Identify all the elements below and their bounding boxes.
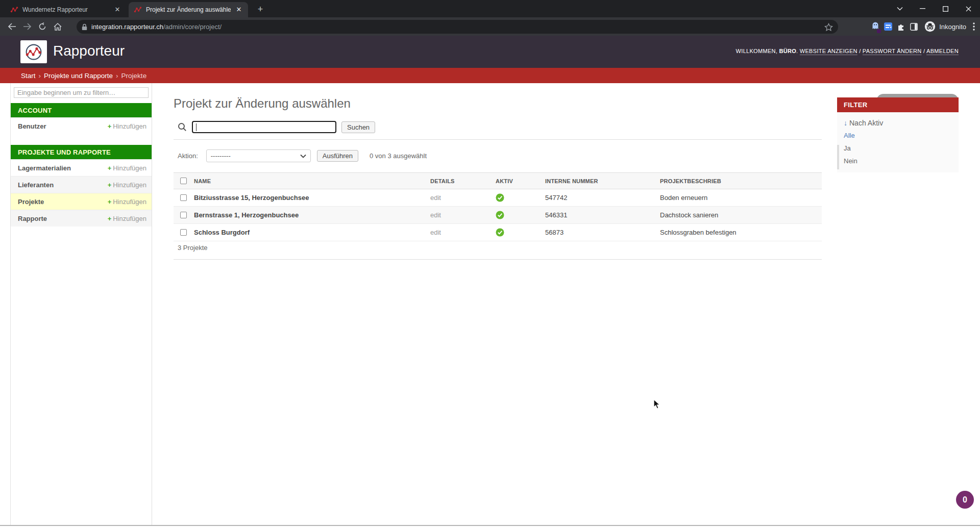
plus-icon: + <box>108 215 112 222</box>
filter-option-nein[interactable]: Nein <box>844 157 959 165</box>
action-label: Aktion: <box>178 152 198 160</box>
filter-panel-title: FILTER <box>837 97 959 112</box>
url-bar[interactable]: integration.rapporteur.ch/admin/core/pro… <box>77 20 838 34</box>
page-bottom-border <box>0 525 980 526</box>
sidebar-item-benutzer[interactable]: Benutzer +Hinzufügen <box>11 117 152 134</box>
plus-icon: + <box>108 164 112 172</box>
row-checkbox[interactable] <box>180 212 187 218</box>
extensions-puzzle-icon[interactable] <box>897 22 905 31</box>
projektbeschrieb-cell: Boden erneuern <box>660 194 822 202</box>
breadcrumb-start-link[interactable]: Start <box>21 72 36 80</box>
row-checkbox[interactable] <box>180 194 187 201</box>
filter-option-ja[interactable]: Ja <box>844 144 959 153</box>
new-tab-button[interactable]: + <box>254 4 266 16</box>
search-input[interactable] <box>192 121 336 133</box>
column-header-aktiv: AKTIV <box>496 178 545 184</box>
logout-link[interactable]: ABMELDEN <box>926 48 959 54</box>
run-action-button[interactable]: Ausführen <box>317 150 358 162</box>
search-submit-button[interactable]: Suchen <box>341 121 375 133</box>
sidebar-item-projekte[interactable]: Projekte +Hinzufügen <box>11 193 152 210</box>
sidebar-item-rapporte[interactable]: Rapporte +Hinzufügen <box>11 210 152 227</box>
ghost-extension-icon[interactable] <box>871 21 879 32</box>
tab-title: Projekt zur Änderung auswählen <box>146 6 231 13</box>
interne-nummer-cell: 547742 <box>545 194 660 202</box>
active-check-icon <box>496 193 504 202</box>
breadcrumb: Start › Projekte und Rapporte › Projekte <box>0 68 980 83</box>
add-lagermaterial-link[interactable]: +Hinzufügen <box>108 164 146 172</box>
active-check-icon <box>496 211 504 219</box>
incognito-indicator: Inkognito <box>922 20 968 33</box>
rapporteur-logo[interactable] <box>20 40 47 63</box>
window-maximize-button[interactable] <box>934 0 957 17</box>
project-name-link[interactable]: Bernstrasse 1, Herzogenbuchsee <box>194 211 430 219</box>
edit-link[interactable]: edit <box>430 194 496 202</box>
tab-close-icon[interactable]: ✕ <box>113 6 121 14</box>
nav-section-title: ACCOUNT <box>11 103 152 117</box>
window-minimize-button[interactable] <box>911 0 934 17</box>
blue-extension-icon[interactable] <box>884 22 892 31</box>
change-password-link[interactable]: PASSWORT ÄNDERN <box>863 48 922 54</box>
reload-button[interactable] <box>35 19 50 34</box>
sidepanel-extension-icon[interactable] <box>910 23 918 31</box>
project-name-link[interactable]: Bitziusstrasse 15, Herzogenbuchsee <box>194 194 430 202</box>
brand-title: Rapporteur <box>53 43 125 59</box>
filter-group-label: ↓Nach Aktiv <box>844 119 959 127</box>
text-caret <box>196 123 197 131</box>
site-favicon <box>134 6 142 14</box>
browser-tabstrip: Wundernetz Rapporteur ✕ Projekt zur Ände… <box>0 0 980 17</box>
edit-link[interactable]: edit <box>430 229 496 236</box>
bookmark-star-icon[interactable] <box>824 23 833 31</box>
search-row: Suchen <box>178 121 375 133</box>
browser-tab-wundernetz[interactable]: Wundernetz Rapporteur ✕ <box>5 2 127 17</box>
browser-tab-projekte[interactable]: Projekt zur Änderung auswählen ✕ <box>129 2 248 17</box>
window-close-button[interactable] <box>957 0 980 17</box>
chat-launcher-badge[interactable]: 0 <box>956 491 974 509</box>
site-favicon <box>10 6 18 14</box>
column-header-details: DETAILS <box>430 178 496 184</box>
interne-nummer-cell: 546331 <box>545 211 660 219</box>
add-projekt-link[interactable]: +Hinzufügen <box>108 198 146 206</box>
divider <box>174 139 822 140</box>
breadcrumb-section-link[interactable]: Projekte und Rapporte <box>44 72 113 80</box>
incognito-icon <box>924 21 936 32</box>
filter-selected-indicator <box>837 145 839 169</box>
table-header-row: NAME DETAILS AKTIV INTERNE NUMMER PROJEK… <box>174 172 822 189</box>
table-row: Bernstrasse 1, Herzogenbuchsee edit 5463… <box>174 207 822 224</box>
column-header-interne-nummer: INTERNE NUMMER <box>545 178 660 184</box>
column-header-name[interactable]: NAME <box>194 178 430 184</box>
tab-search-chevron-icon[interactable] <box>888 0 911 17</box>
home-button[interactable] <box>50 19 65 34</box>
edit-link[interactable]: edit <box>430 211 496 219</box>
row-checkbox[interactable] <box>180 229 187 236</box>
url-text: integration.rapporteur.ch/admin/core/pro… <box>91 23 824 31</box>
browser-menu-kebab-icon[interactable] <box>973 22 975 31</box>
plus-icon: + <box>108 181 112 189</box>
nav-sidebar: ACCOUNT Benutzer +Hinzufügen PROJEKTE UN… <box>10 83 152 525</box>
nav-filter-input[interactable] <box>14 87 149 98</box>
forward-button[interactable] <box>19 19 35 34</box>
add-benutzer-link[interactable]: +Hinzufügen <box>108 122 146 130</box>
project-name-link[interactable]: Schloss Burgdorf <box>194 229 430 236</box>
sidebar-item-lieferanten[interactable]: Lieferanten +Hinzufügen <box>11 176 152 193</box>
tab-close-icon[interactable]: ✕ <box>235 6 243 14</box>
active-check-icon <box>496 228 504 237</box>
selection-status: 0 von 3 ausgewählt <box>370 152 427 160</box>
select-all-checkbox[interactable] <box>180 178 187 184</box>
table-row: Bitziusstrasse 15, Herzogenbuchsee edit … <box>174 189 822 207</box>
view-site-link[interactable]: WEBSITE ANZEIGEN <box>800 48 857 54</box>
filter-option-alle[interactable]: Alle <box>844 132 959 140</box>
nav-section-title: PROJEKTE UND RAPPORTE <box>11 145 152 159</box>
plus-icon: + <box>108 198 112 206</box>
site-header: Rapporteur WILLKOMMEN, BÜRO. WEBSITE ANZ… <box>0 36 980 68</box>
add-lieferant-link[interactable]: +Hinzufügen <box>108 181 146 189</box>
action-select[interactable]: --------- <box>206 149 311 162</box>
result-count: 3 Projekte <box>178 244 208 252</box>
nav-module-projekte-und-rapporte: PROJEKTE UND RAPPORTE Lagermaterialien +… <box>11 145 152 227</box>
action-row: Aktion: --------- Ausführen 0 von 3 ausg… <box>178 149 427 162</box>
back-button[interactable] <box>4 19 19 34</box>
lock-icon <box>82 23 87 31</box>
sidebar-item-lagermaterialien[interactable]: Lagermaterialien +Hinzufügen <box>11 159 152 176</box>
add-rapport-link[interactable]: +Hinzufügen <box>108 215 146 222</box>
chevron-down-icon <box>300 154 306 158</box>
down-arrow-icon: ↓ <box>844 119 847 127</box>
